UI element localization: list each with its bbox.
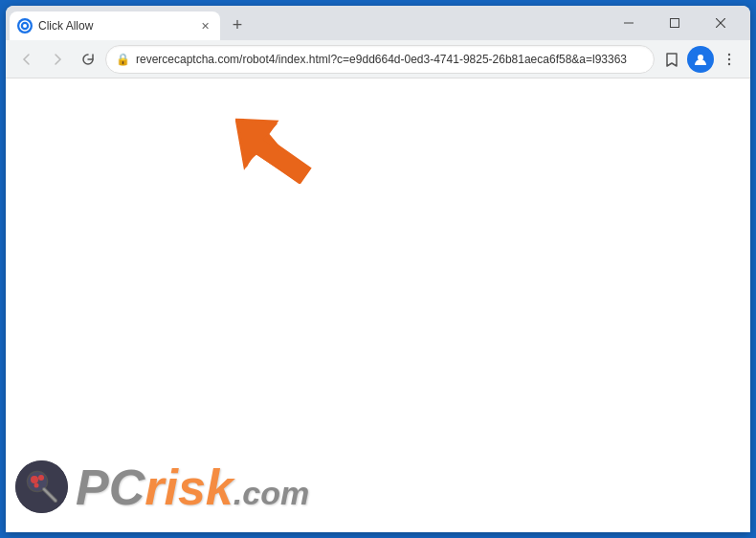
reload-button[interactable] xyxy=(75,46,101,73)
svg-point-20 xyxy=(34,483,39,488)
watermark-dotcom: .com xyxy=(233,477,309,509)
watermark: PC risk .com xyxy=(15,460,309,513)
svg-point-9 xyxy=(728,62,730,64)
menu-button[interactable] xyxy=(716,46,743,73)
arrow-icon xyxy=(235,107,312,184)
address-bar[interactable]: 🔒 revercecaptcha.com/robot4/index.html?c… xyxy=(105,45,655,74)
close-button[interactable] xyxy=(699,6,743,40)
back-button[interactable] xyxy=(13,46,40,73)
svg-rect-2 xyxy=(624,23,634,24)
svg-point-19 xyxy=(38,475,44,481)
svg-rect-3 xyxy=(671,19,679,28)
lock-icon: 🔒 xyxy=(116,53,130,66)
browser-window: Click Allow ✕ + xyxy=(6,6,750,532)
watermark-pc: PC xyxy=(76,462,145,512)
svg-point-7 xyxy=(728,53,730,55)
profile-button[interactable] xyxy=(687,46,714,73)
window-controls xyxy=(599,6,750,40)
toolbar-actions xyxy=(658,46,743,73)
page-content: PC risk .com xyxy=(6,78,750,532)
bookmark-button[interactable] xyxy=(658,46,685,73)
tab-strip: Click Allow ✕ + xyxy=(6,6,599,40)
title-bar: Click Allow ✕ + xyxy=(6,6,750,40)
minimize-button[interactable] xyxy=(607,6,651,40)
arrow-container xyxy=(235,107,317,192)
watermark-risk: risk xyxy=(145,462,233,512)
toolbar: 🔒 revercecaptcha.com/robot4/index.html?c… xyxy=(6,40,750,78)
svg-point-18 xyxy=(31,476,38,483)
svg-point-8 xyxy=(728,57,730,59)
new-tab-button[interactable]: + xyxy=(224,11,251,38)
svg-point-1 xyxy=(23,24,27,28)
watermark-logo xyxy=(15,460,68,513)
forward-button[interactable] xyxy=(44,46,71,73)
tab-close-button[interactable]: ✕ xyxy=(197,18,212,34)
watermark-text: PC risk .com xyxy=(76,462,309,512)
active-tab[interactable]: Click Allow ✕ xyxy=(10,11,220,40)
tab-favicon xyxy=(17,18,33,34)
url-text: revercecaptcha.com/robot4/index.html?c=e… xyxy=(136,53,644,66)
tab-title: Click Allow xyxy=(38,19,191,33)
pcrisk-logo-icon xyxy=(15,460,68,513)
maximize-button[interactable] xyxy=(653,6,697,40)
